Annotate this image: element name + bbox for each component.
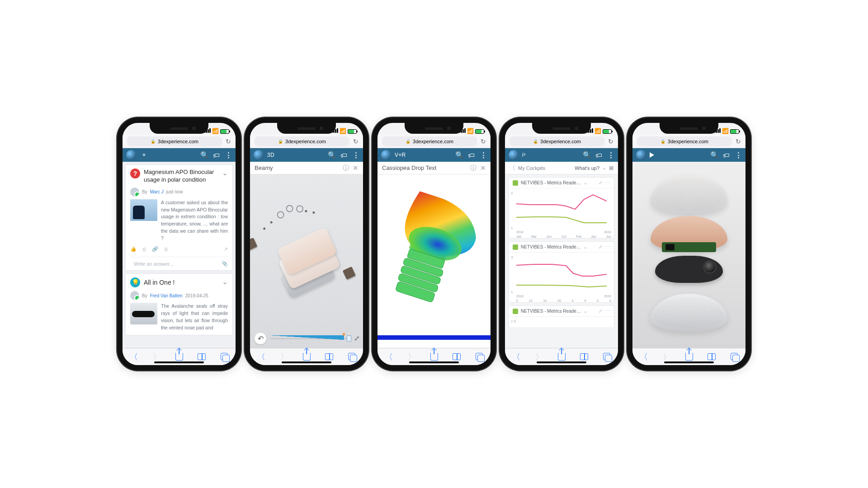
tag-icon[interactable]: 🏷 xyxy=(340,151,348,159)
undo-button[interactable]: ↶ xyxy=(255,333,266,344)
cockpits-link[interactable]: My Cockpits xyxy=(518,165,545,171)
info-icon[interactable]: ⓘ xyxy=(470,164,476,172)
back-chevron-icon[interactable]: 〈 xyxy=(509,164,515,172)
reload-icon[interactable]: ↻ xyxy=(481,138,486,145)
share-icon[interactable] xyxy=(685,353,693,361)
post-title[interactable]: Magnesium APO Binocular usage in polar c… xyxy=(144,169,218,184)
line-chart[interactable]: 21 Jan Mar Jun Oct Feb Apr Jun 20182 xyxy=(509,188,614,238)
answer-input[interactable]: Write an answer... xyxy=(134,261,218,267)
tabs-icon[interactable] xyxy=(603,353,611,361)
expand-icon[interactable]: ⤢ xyxy=(599,244,603,250)
3d-viewport[interactable]: ↶ ▼ ⤢ xyxy=(250,174,363,348)
tag-icon[interactable]: 🏷 xyxy=(212,151,220,159)
forward-button[interactable]: 〉 xyxy=(535,352,543,362)
forward-button[interactable]: 〉 xyxy=(408,352,416,362)
tag-icon[interactable]: 🏷 xyxy=(594,151,603,159)
chevron-down-icon[interactable]: ⌄ xyxy=(222,277,228,286)
url-field[interactable]: 🔒 3dexperience.com xyxy=(382,136,477,146)
url-field[interactable]: 🔒 3dexperience.com xyxy=(637,136,732,146)
more-icon[interactable]: ⋮ xyxy=(734,151,742,159)
tabs-icon[interactable] xyxy=(476,353,483,361)
widget-more-icon[interactable]: ⋯ xyxy=(605,244,610,250)
exploded-render[interactable] xyxy=(632,162,745,348)
more-icon[interactable]: ⋮ xyxy=(479,151,487,159)
share-icon[interactable] xyxy=(175,353,183,361)
reload-icon[interactable]: ↻ xyxy=(226,138,231,145)
link-button[interactable]: 🔗 xyxy=(152,246,158,252)
avatar[interactable] xyxy=(130,188,139,197)
play-icon[interactable] xyxy=(650,152,654,158)
widget-more-icon[interactable]: ⋯ xyxy=(605,308,610,314)
line-chart[interactable]: 31 0 23 10 20 6 9 6 8 20 xyxy=(509,253,614,302)
back-button[interactable]: 〈 xyxy=(257,352,265,362)
share-icon[interactable] xyxy=(303,353,311,361)
bookmarks-icon[interactable] xyxy=(325,353,333,360)
chevron-down-icon[interactable]: ⌄ xyxy=(584,244,587,249)
forward-button[interactable]: 〉 xyxy=(280,352,288,362)
fea-result[interactable] xyxy=(377,188,491,327)
sim-viewport[interactable] xyxy=(377,174,491,348)
render-viewport[interactable] xyxy=(632,162,745,348)
reload-icon[interactable]: ↻ xyxy=(608,138,613,145)
post-thumb[interactable] xyxy=(130,199,157,221)
expand-icon[interactable]: ⤢ xyxy=(599,308,603,314)
chevron-down-icon[interactable]: ⌄ xyxy=(222,169,228,177)
app-logo-icon[interactable] xyxy=(509,150,519,160)
avatar[interactable] xyxy=(130,291,139,300)
expand-icon[interactable]: ⤢ xyxy=(599,180,603,186)
app-logo-icon[interactable] xyxy=(381,150,391,160)
tabs-icon[interactable] xyxy=(731,353,738,361)
line-chart[interactable]: 7.5 xyxy=(509,317,614,328)
share-button[interactable]: ↗ xyxy=(224,246,228,252)
forward-button[interactable]: 〉 xyxy=(663,352,671,362)
url-field[interactable]: 🔒 3dexperience.com xyxy=(509,136,604,146)
tag-icon[interactable]: 🏷 xyxy=(467,151,475,159)
app-logo-icon[interactable] xyxy=(636,150,646,160)
close-icon[interactable]: ✕ xyxy=(353,164,359,172)
bookmarks-icon[interactable] xyxy=(580,353,588,360)
back-button[interactable]: 〈 xyxy=(130,352,138,362)
search-icon[interactable]: 🔍 xyxy=(200,151,208,159)
tabs-icon[interactable] xyxy=(221,353,228,361)
info-icon[interactable]: ⓘ xyxy=(343,164,349,172)
more-icon[interactable]: ⋮ xyxy=(606,151,614,159)
explode-slider[interactable]: ▼ xyxy=(270,338,350,339)
widget-more-icon[interactable]: ⋯ xyxy=(605,180,610,186)
search-icon[interactable]: 🔍 xyxy=(328,151,336,159)
post-thumb[interactable] xyxy=(130,303,157,324)
tag-icon[interactable]: 🏷 xyxy=(722,151,730,159)
search-icon[interactable]: 🔍 xyxy=(710,151,718,159)
app-logo-icon[interactable] xyxy=(126,150,136,160)
tab-picker[interactable]: What's up? xyxy=(575,165,599,171)
more-icon[interactable]: ⋮ xyxy=(351,151,359,159)
search-icon[interactable]: 🔍 xyxy=(455,151,463,159)
bookmarks-icon[interactable] xyxy=(708,353,716,360)
share-icon[interactable] xyxy=(558,353,566,361)
search-icon[interactable]: 🔍 xyxy=(583,151,591,159)
url-field[interactable]: 🔒 3dexperience.com xyxy=(255,136,349,146)
back-button[interactable]: 〈 xyxy=(640,352,648,362)
reload-icon[interactable]: ↻ xyxy=(736,138,741,145)
author-link[interactable]: Fred Van Batten xyxy=(150,293,183,298)
grid-icon[interactable]: ▦ xyxy=(609,165,613,171)
close-icon[interactable]: ✕ xyxy=(480,164,486,172)
chevron-down-icon[interactable]: ⌄ xyxy=(602,165,606,171)
author-link[interactable]: Marc J xyxy=(150,189,164,194)
fit-view-icon[interactable]: ⤢ xyxy=(354,334,359,343)
forward-button[interactable]: 〉 xyxy=(153,352,161,362)
chevron-down-icon[interactable]: ⌄ xyxy=(584,180,587,185)
post-title[interactable]: All in One ! xyxy=(144,278,218,286)
back-button[interactable]: 〈 xyxy=(385,352,393,362)
reload-icon[interactable]: ↻ xyxy=(353,138,359,145)
chevron-down-icon[interactable]: ⌄ xyxy=(584,309,587,314)
attach-icon[interactable]: 📎 xyxy=(222,261,228,267)
more-icon[interactable]: ⋮ xyxy=(224,151,232,159)
dashboard-content[interactable]: NETVIBES - Metrics Reade… ⌄ ⤢ ⋯ 21 Jan M… xyxy=(505,174,618,348)
bookmarks-icon[interactable] xyxy=(198,353,206,360)
url-field[interactable]: 🔒 3dexperience.com xyxy=(127,136,222,146)
compass-icon[interactable]: ⌖ xyxy=(140,151,148,159)
back-button[interactable]: 〈 xyxy=(512,352,520,362)
like-button[interactable]: 👍 xyxy=(130,246,137,252)
app-logo-icon[interactable] xyxy=(254,150,264,160)
bookmarks-icon[interactable] xyxy=(453,353,461,360)
